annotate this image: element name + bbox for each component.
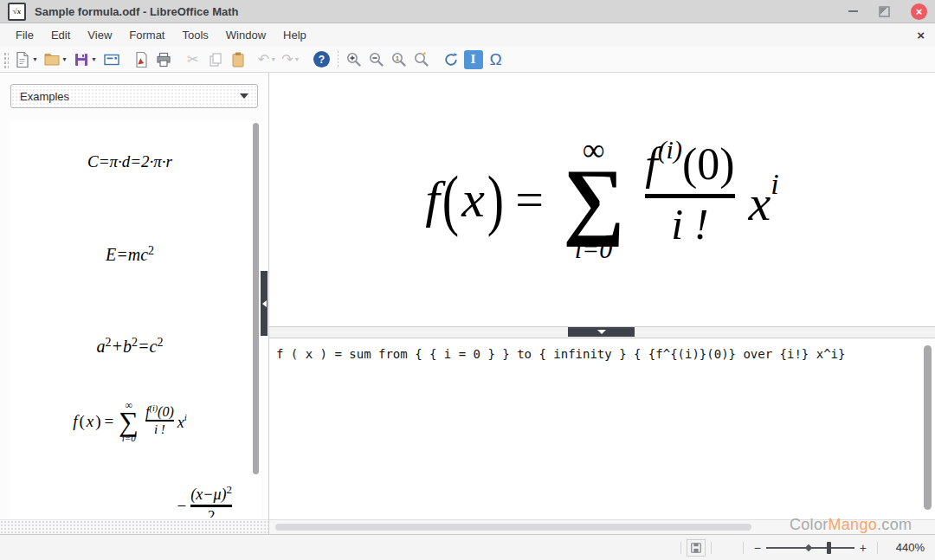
zoom-out-control[interactable]: −	[749, 542, 766, 554]
statusbar-separator	[743, 542, 744, 554]
formula-rparen: )	[487, 160, 504, 238]
zoom-in-control[interactable]: +	[854, 542, 872, 554]
window-title: Sample formula.odf - LibreOffice Math	[35, 5, 238, 18]
new-document-dropdown-icon[interactable]: ▼	[32, 56, 38, 62]
taylor-den: i !	[154, 422, 165, 437]
open-dropdown-icon[interactable]: ▼	[61, 56, 68, 62]
formula-cursor-icon: I	[464, 50, 483, 69]
numerator-arg: (0)	[682, 139, 735, 189]
sidebar-splitter-handle[interactable]	[261, 271, 268, 336]
pyth-a: a	[97, 337, 106, 356]
denominator: i !	[671, 200, 708, 250]
taylor-sum-lower: i=0	[122, 434, 136, 443]
email-icon	[103, 51, 120, 68]
menu-window[interactable]: Window	[217, 25, 274, 45]
sidebar-scrollbar[interactable]	[252, 122, 260, 517]
menubar: File Edit View Format Tools Window Help …	[0, 23, 935, 47]
example-formula-pythagoras[interactable]: a2+b2=c2	[10, 336, 249, 357]
emc2-base: E=mc	[106, 245, 148, 264]
example-formula-taylor[interactable]: f(x)= ∞ ∑ i=0 f(i)(0) i ! xi	[10, 400, 249, 443]
zoom-slider[interactable]	[766, 541, 854, 555]
menu-format[interactable]: Format	[120, 25, 173, 45]
view-splitter-handle[interactable]	[568, 327, 635, 337]
zoom-100-button[interactable]: 1	[388, 49, 410, 70]
svg-text:1: 1	[395, 55, 399, 62]
gauss-den-partial: 2	[208, 507, 216, 518]
email-document-button[interactable]	[100, 49, 123, 70]
titlebar: √x Sample formula.odf - LibreOffice Math…	[0, 0, 935, 23]
paste-icon	[229, 51, 247, 68]
toolbar-grip-icon[interactable]	[3, 51, 9, 68]
close-document-icon[interactable]: ×	[917, 28, 925, 42]
horizontal-scrollbar-thumb[interactable]	[275, 524, 751, 531]
app-icon: √x	[8, 3, 26, 21]
pyth-exp-c: 2	[157, 336, 163, 349]
statusbar-separator	[877, 542, 878, 554]
zoom-in-icon	[345, 51, 363, 68]
sum-symbol: ∑	[563, 165, 624, 235]
formula-preview[interactable]: f(x)= ∞ ∑ i=0 f(i)(0) i ! xi	[269, 73, 935, 326]
menu-tools[interactable]: Tools	[173, 25, 216, 45]
undo-dropdown-icon: ▼	[270, 56, 276, 62]
colormango-watermark: ColorMango.com	[790, 516, 912, 534]
omega-icon: Ω	[489, 50, 501, 69]
save-button[interactable]: ▼	[71, 49, 100, 70]
example-formula-gaussian[interactable]: − (x−μ)2 2	[10, 483, 232, 518]
example-formula-circle[interactable]: C=π·d=2·π·r	[10, 152, 249, 171]
export-pdf-icon	[132, 51, 150, 68]
watermark-color: Color	[790, 516, 829, 533]
statusbar-separator	[680, 542, 681, 554]
gauss-num-exp: 2	[227, 483, 233, 496]
help-button[interactable]: ?	[311, 49, 333, 70]
menu-help[interactable]: Help	[274, 25, 315, 45]
menu-file[interactable]: File	[7, 25, 42, 45]
zoom-in-button[interactable]	[343, 49, 365, 70]
pyth-exp-b: 2	[132, 336, 138, 349]
taylor-pow-base: x	[177, 414, 184, 431]
formula-cursor-button[interactable]: I	[462, 49, 485, 70]
command-scrollbar[interactable]	[923, 345, 932, 515]
command-editor[interactable]: f ( x ) = sum from { { i = 0 } } to { in…	[269, 338, 935, 519]
update-button[interactable]	[440, 49, 462, 70]
command-scrollbar-thumb[interactable]	[924, 345, 932, 510]
collapse-down-icon	[597, 330, 606, 334]
restore-icon[interactable]	[879, 6, 890, 17]
command-text[interactable]: f ( x ) = sum from { { i = 0 } } to { in…	[269, 338, 935, 370]
emc2-exp: 2	[148, 244, 154, 257]
menu-edit[interactable]: Edit	[42, 25, 79, 45]
new-document-button[interactable]: ▼	[12, 49, 42, 70]
taylor-num-arg: (0)	[158, 404, 174, 419]
numerator-sup: (i)	[658, 135, 682, 164]
copy-icon	[207, 51, 224, 68]
print-button[interactable]	[152, 49, 175, 70]
open-button[interactable]: ▼	[42, 49, 71, 70]
statusbar: − + 440%	[0, 534, 935, 560]
close-icon[interactable]: ×	[911, 3, 927, 20]
gauss-num: (x−μ)	[190, 486, 226, 503]
zoom-level-value[interactable]: 440%	[883, 541, 925, 554]
category-dropdown[interactable]: Examples	[10, 84, 258, 108]
formula-f: f	[425, 170, 440, 229]
menu-view[interactable]: View	[79, 25, 120, 45]
zoom-slider-handle[interactable]	[827, 542, 831, 554]
taylor-rparen: )	[95, 412, 100, 431]
cut-button: ✂	[182, 49, 204, 70]
zoom-100-icon: 1	[390, 51, 408, 68]
example-formula-emc2[interactable]: E=mc2	[10, 244, 249, 265]
export-pdf-button[interactable]	[130, 49, 152, 70]
show-all-button[interactable]	[410, 49, 433, 70]
symbols-button[interactable]: Ω	[485, 49, 507, 70]
save-dropdown-icon[interactable]: ▼	[91, 56, 97, 62]
main-area: f(x)= ∞ ∑ i=0 f(i)(0) i ! xi f ( x ) = s…	[269, 73, 935, 534]
category-dropdown-value: Examples	[20, 90, 69, 103]
minimize-icon[interactable]	[848, 10, 858, 12]
sidebar-bottom-panel	[0, 519, 268, 535]
document-modified-button[interactable]	[687, 539, 706, 557]
watermark-com: .com	[877, 516, 912, 533]
sidebar-scrollbar-thumb[interactable]	[253, 123, 259, 474]
watermark-mango: Mango	[829, 516, 878, 533]
paste-button[interactable]	[227, 49, 249, 70]
zoom-out-button[interactable]	[365, 49, 388, 70]
open-folder-icon	[43, 51, 61, 68]
new-document-icon	[14, 51, 31, 68]
